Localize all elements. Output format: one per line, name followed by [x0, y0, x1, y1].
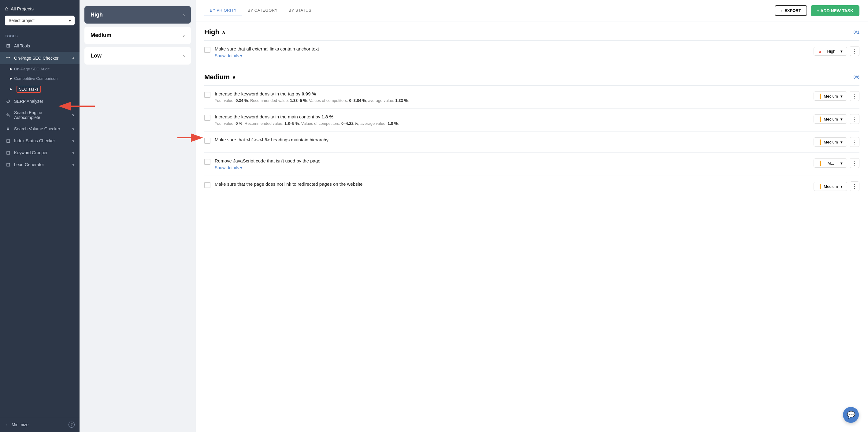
sidebar-item-all-tools[interactable]: ⊞ All Tools [0, 40, 80, 52]
task-title: Increase the keyword density in the main… [215, 114, 809, 119]
grid-icon: ⊞ [5, 43, 11, 49]
main-header: BY PRIORITY BY CATEGORY BY STATUS ↑ EXPO… [196, 0, 868, 22]
tab-by-category[interactable]: BY CATEGORY [242, 5, 283, 16]
task-checkbox[interactable] [204, 115, 210, 121]
home-icon: ⌂ [5, 5, 8, 12]
chat-button[interactable]: 💬 [843, 407, 859, 423]
task-title: Increase the keyword density in the tag … [215, 91, 809, 96]
task-checkbox[interactable] [204, 182, 210, 188]
priority-panel: High › Medium › Low › [80, 0, 196, 432]
sidebar-item-search-volume[interactable]: ≡ Search Volume Checker ∨ [0, 123, 80, 134]
priority-low-label: Low [91, 53, 101, 59]
task-checkbox[interactable] [204, 138, 210, 144]
section-high-count: 0/1 [854, 30, 860, 35]
priority-medium-label: Medium [91, 32, 111, 38]
priority-dropdown-medium[interactable]: ▐ Medium ▾ [813, 182, 847, 191]
section-high-title[interactable]: High ∧ [204, 28, 225, 36]
task-actions: ▲ High ▾ ⋮ [813, 46, 860, 56]
arrow-left-icon: ← [5, 422, 9, 427]
sidebar-item-serp-analyzer[interactable]: ⊘ SERP Analyzer [0, 95, 80, 107]
bar-chart-icon: ▐ [818, 140, 821, 145]
all-projects-link[interactable]: ⌂ All Projects [5, 5, 74, 12]
sidebar-item-label: All Tools [14, 43, 30, 48]
task-content: Make sure that <h1>–<h6> headings mainta… [215, 137, 809, 144]
priority-dropdown-high[interactable]: ▲ High ▾ [813, 47, 847, 56]
chevron-up-icon: ∧ [222, 29, 225, 35]
all-projects-label: All Projects [11, 6, 34, 11]
show-details-button[interactable]: Show details ▾ [215, 165, 809, 170]
sidebar-item-label: Competitive Comparison [14, 76, 58, 81]
task-checkbox[interactable] [204, 92, 210, 98]
chevron-down-icon: ∨ [72, 162, 74, 167]
priority-label: M... [828, 161, 834, 165]
sidebar-item-lead-generator[interactable]: ◻ Lead Generator ∨ [0, 158, 80, 171]
folder-icon: ◻ [5, 150, 11, 155]
priority-dropdown-medium[interactable]: ▐ Medium ▾ [813, 91, 847, 101]
priority-card-low[interactable]: Low › [85, 47, 191, 65]
priority-high-label: High [91, 12, 103, 18]
dot-icon [10, 88, 11, 90]
add-task-button[interactable]: + ADD NEW TASK [811, 5, 860, 16]
sidebar-item-label: Search Engine Autocomplete [14, 110, 69, 120]
more-options-button[interactable]: ⋮ [850, 181, 860, 191]
sidebar-item-search-autocomplete[interactable]: ✎ Search Engine Autocomplete ∨ [0, 107, 80, 123]
sidebar-item-label: Lead Generator [14, 162, 44, 167]
more-options-button[interactable]: ⋮ [850, 114, 860, 124]
more-options-button[interactable]: ⋮ [850, 91, 860, 101]
priority-dropdown-medium[interactable]: ▐ M... ▾ [813, 158, 847, 168]
task-content: Increase the keyword density in the tag … [215, 91, 809, 103]
bar-chart-icon: ▐ [818, 94, 821, 98]
sidebar-item-label: On-Page SEO Checker [14, 56, 59, 61]
chevron-down-icon: ▾ [840, 184, 843, 189]
priority-label: Medium [824, 184, 838, 189]
priority-dropdown-medium[interactable]: ▐ Medium ▾ [813, 115, 847, 124]
chevron-down-icon: ▾ [840, 49, 843, 54]
sidebar-item-label: SERP Analyzer [14, 99, 43, 104]
project-select[interactable]: Select project ▾ [5, 16, 74, 25]
sidebar-item-keyword-grouper[interactable]: ◻ Keyword Grouper ∨ [0, 147, 80, 158]
priority-card-medium[interactable]: Medium › [85, 27, 191, 44]
task-checkbox[interactable] [204, 159, 210, 165]
show-details-button[interactable]: Show details ▾ [215, 53, 809, 58]
more-options-button[interactable]: ⋮ [850, 137, 860, 147]
chat-icon: 💬 [847, 411, 855, 419]
task-actions: ▐ Medium ▾ ⋮ [813, 114, 860, 124]
minimize-button[interactable]: ← Minimize ? [0, 417, 80, 432]
tab-by-priority[interactable]: BY PRIORITY [204, 5, 242, 16]
sidebar-item-on-page-seo[interactable]: 〜 On-Page SEO Checker ∧ [0, 52, 80, 64]
bar-icon: ≡ [5, 126, 11, 131]
seo-tasks-box: SEO Tasks [17, 86, 41, 93]
task-title: Remove JavaScript code that isn't used b… [215, 158, 809, 163]
header-actions: ↑ EXPORT + ADD NEW TASK [775, 5, 860, 16]
task-detail: Your value: 0 %. Recommended value: 1.8–… [215, 121, 809, 126]
sidebar-item-competitive-comparison[interactable]: Competitive Comparison [10, 74, 80, 83]
task-content: Remove JavaScript code that isn't used b… [215, 158, 809, 170]
sidebar: ⌂ All Projects Select project ▾ TOOLS ⊞ … [0, 0, 80, 432]
task-item: Increase the keyword density in the tag … [204, 86, 860, 109]
sidebar-item-label: Search Volume Checker [14, 126, 60, 131]
section-medium-title[interactable]: Medium ∧ [204, 73, 236, 81]
task-content: Increase the keyword density in the main… [215, 114, 809, 126]
section-medium-header: Medium ∧ 0/6 [204, 66, 860, 86]
sidebar-item-seo-tasks[interactable]: SEO Tasks [10, 83, 80, 95]
chevron-down-icon: ∨ [72, 113, 74, 117]
sidebar-item-index-status[interactable]: ◻ Index Status Checker ∨ [0, 134, 80, 147]
priority-card-high[interactable]: High › [85, 6, 191, 24]
tab-by-status[interactable]: BY STATUS [283, 5, 317, 16]
priority-dropdown-medium[interactable]: ▐ Medium ▾ [813, 137, 847, 147]
task-item: Make sure that the page does not link to… [204, 176, 860, 197]
on-page-seo-submenu: On-Page SEO Audit Competitive Comparison… [0, 64, 80, 95]
sidebar-item-label: Index Status Checker [14, 138, 55, 143]
task-item: Make sure that all external links contai… [204, 41, 860, 64]
more-options-button[interactable]: ⋮ [850, 46, 860, 56]
bar-chart-icon: ▐ [818, 117, 821, 121]
section-medium-count: 0/6 [854, 75, 860, 80]
chevron-down-icon: ▾ [840, 161, 843, 165]
chevron-down-icon: ∨ [72, 138, 74, 143]
more-options-button[interactable]: ⋮ [850, 158, 860, 168]
export-button[interactable]: ↑ EXPORT [775, 5, 807, 16]
chevron-down-icon: ▾ [840, 140, 843, 145]
sidebar-item-on-page-audit[interactable]: On-Page SEO Audit [10, 64, 80, 74]
chevron-down-icon: ▾ [240, 53, 242, 58]
task-checkbox[interactable] [204, 47, 210, 53]
